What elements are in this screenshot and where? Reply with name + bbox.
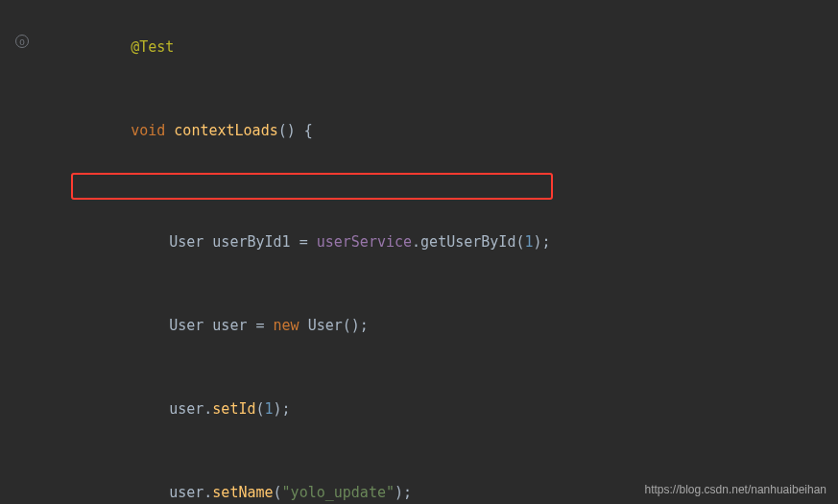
code-line-annotation: @Test — [75, 6, 838, 89]
keyword-void: void — [131, 122, 165, 139]
method-name: contextLoads — [174, 122, 277, 139]
watermark-text: https://blog.csdn.net/nanhuaibeihan — [645, 483, 826, 496]
code-editor[interactable]: o @Test void contextLoads() { User userB… — [0, 0, 838, 504]
code-line-signature: void contextLoads() { — [75, 89, 838, 173]
override-icon[interactable]: o — [15, 35, 29, 48]
code-line: User userById1 = userService.getUserById… — [75, 173, 838, 284]
editor-gutter: o — [0, 0, 40, 504]
code-line: User user = new User(); — [75, 284, 838, 368]
code-line: user.setId(1); — [75, 368, 838, 451]
annotation-text: @Test — [131, 38, 174, 56]
highlight-box — [71, 173, 553, 200]
